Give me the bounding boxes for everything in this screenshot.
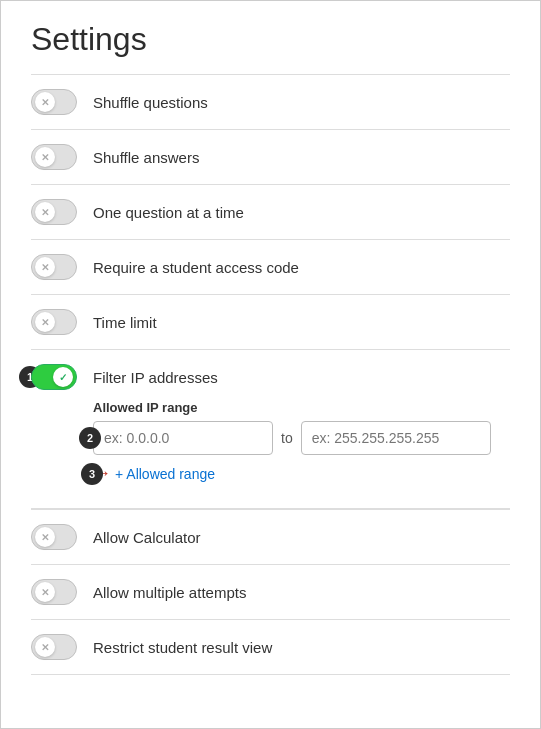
setting-row-allow-calculator: ✕ Allow Calculator (31, 509, 510, 565)
ip-range-label: Allowed IP range (93, 400, 510, 415)
label-time-limit: Time limit (93, 314, 157, 331)
page-title: Settings (31, 21, 510, 58)
toggle-thumb-shuffle-questions: ✕ (35, 92, 55, 112)
toggle-thumb-multiple-attempts: ✕ (35, 582, 55, 602)
to-label: to (281, 430, 293, 446)
filter-ip-row: 1 ✓ Filter IP addresses (31, 350, 510, 400)
toggle-track-shuffle-answers[interactable]: ✕ (31, 144, 77, 170)
toggle-multiple-attempts[interactable]: ✕ (31, 579, 77, 605)
add-range-link[interactable]: + Allowed range (115, 466, 215, 482)
label-restrict-result: Restrict student result view (93, 639, 272, 656)
toggle-track-access-code[interactable]: ✕ (31, 254, 77, 280)
toggle-shuffle-questions[interactable]: ✕ (31, 89, 77, 115)
toggle-track-time-limit[interactable]: ✕ (31, 309, 77, 335)
toggle-track-multiple-attempts[interactable]: ✕ (31, 579, 77, 605)
toggle-track-allow-calculator[interactable]: ✕ (31, 524, 77, 550)
setting-row-multiple-attempts: ✕ Allow multiple attempts (31, 565, 510, 620)
toggle-track-restrict-result[interactable]: ✕ (31, 634, 77, 660)
ip-start-wrapper: 2 (93, 421, 273, 455)
label-access-code: Require a student access code (93, 259, 299, 276)
label-allow-calculator: Allow Calculator (93, 529, 201, 546)
setting-row-shuffle-questions: ✕ Shuffle questions (31, 74, 510, 130)
setting-row-access-code: ✕ Require a student access code (31, 240, 510, 295)
label-shuffle-questions: Shuffle questions (93, 94, 208, 111)
setting-row-shuffle-answers: ✕ Shuffle answers (31, 130, 510, 185)
toggle-shuffle-answers[interactable]: ✕ (31, 144, 77, 170)
filter-ip-toggle[interactable]: ✓ (31, 364, 77, 390)
filter-ip-toggle-thumb: ✓ (53, 367, 73, 387)
label-shuffle-answers: Shuffle answers (93, 149, 199, 166)
add-range-badge: 3 (81, 463, 103, 485)
filter-ip-toggle-track[interactable]: ✓ (31, 364, 77, 390)
toggle-track-shuffle-questions[interactable]: ✕ (31, 89, 77, 115)
ip-input-badge: 2 (79, 427, 101, 449)
toggle-time-limit[interactable]: ✕ (31, 309, 77, 335)
toggle-thumb-restrict-result: ✕ (35, 637, 55, 657)
setting-row-one-question: ✕ One question at a time (31, 185, 510, 240)
toggle-track-one-question[interactable]: ✕ (31, 199, 77, 225)
add-range-row: 3 → + Allowed range (93, 463, 510, 484)
filter-ip-label: Filter IP addresses (93, 369, 218, 386)
ip-range-container: Allowed IP range 2 to 3 → + Allowed rang… (31, 400, 510, 494)
toggle-access-code[interactable]: ✕ (31, 254, 77, 280)
toggle-thumb-shuffle-answers: ✕ (35, 147, 55, 167)
toggle-thumb-allow-calculator: ✕ (35, 527, 55, 547)
ip-end-input[interactable] (301, 421, 491, 455)
ip-start-input[interactable] (93, 421, 273, 455)
toggle-thumb-time-limit: ✕ (35, 312, 55, 332)
label-multiple-attempts: Allow multiple attempts (93, 584, 246, 601)
toggle-allow-calculator[interactable]: ✕ (31, 524, 77, 550)
toggle-thumb-one-question: ✕ (35, 202, 55, 222)
setting-row-time-limit: ✕ Time limit (31, 295, 510, 350)
setting-row-restrict-result: ✕ Restrict student result view (31, 620, 510, 675)
ip-inputs-row: 2 to (93, 421, 510, 455)
toggle-one-question[interactable]: ✕ (31, 199, 77, 225)
toggle-restrict-result[interactable]: ✕ (31, 634, 77, 660)
label-one-question: One question at a time (93, 204, 244, 221)
toggle-thumb-access-code: ✕ (35, 257, 55, 277)
